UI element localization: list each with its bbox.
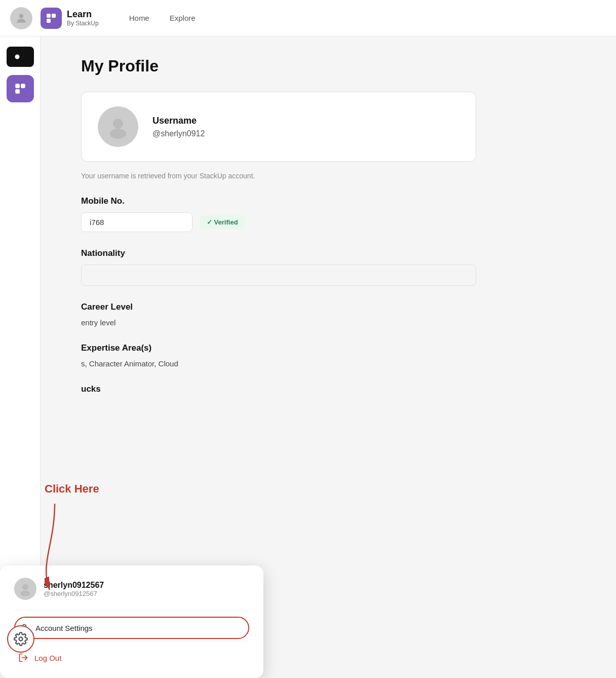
account-settings-item[interactable]: Account Settings	[14, 617, 249, 639]
top-nav: Learn By StackUp Home Explore	[0, 0, 616, 36]
brand-icon	[41, 8, 62, 29]
nationality-section: Nationality	[81, 248, 476, 286]
popup-avatar	[14, 578, 36, 600]
career-section: Career Level entry level	[81, 302, 476, 327]
svg-point-5	[15, 55, 19, 59]
stacks-section: ucks	[81, 384, 476, 394]
brand-text: Learn By StackUp	[67, 9, 99, 27]
svg-point-0	[19, 14, 24, 18]
svg-point-13	[22, 584, 28, 590]
logout-item[interactable]: Log Out	[14, 648, 249, 668]
account-settings-label: Account Settings	[35, 624, 93, 632]
info-text: Your username is retrieved from your Sta…	[81, 172, 385, 180]
mobile-label: Mobile No.	[81, 196, 476, 206]
logout-label: Log Out	[34, 654, 61, 662]
popup-menu: sherlyn0912567 @sherlyn0912567 Account S…	[0, 566, 263, 678]
profile-avatar	[98, 106, 138, 147]
stacks-label: ucks	[81, 384, 476, 394]
svg-rect-2	[52, 14, 56, 18]
svg-rect-1	[47, 14, 51, 18]
nav-link-explore[interactable]: Explore	[170, 14, 196, 22]
svg-point-9	[113, 119, 123, 129]
nav-avatar[interactable]	[10, 7, 32, 29]
username-value: @sherlyn0912	[152, 129, 205, 138]
expertise-value: s, Character Animator, Cloud	[81, 359, 476, 368]
sidebar-toggle[interactable]	[7, 47, 34, 67]
page-title: My Profile	[81, 57, 575, 76]
svg-rect-8	[15, 89, 20, 94]
svg-point-14	[21, 591, 30, 596]
mobile-input[interactable]: i768	[81, 212, 192, 232]
verified-text: ✓ Verified	[207, 218, 238, 226]
gear-button[interactable]	[7, 625, 34, 653]
expertise-section: Expertise Area(s) s, Character Animator,…	[81, 343, 476, 368]
brand-name: Learn	[67, 9, 99, 20]
username-label: Username	[152, 116, 205, 126]
click-here-label: Click Here	[45, 482, 99, 496]
mobile-section: Mobile No. i768 ✓ Verified	[81, 196, 476, 232]
arrow-annotation	[45, 504, 85, 597]
mobile-row: i768 ✓ Verified	[81, 212, 476, 232]
svg-point-10	[110, 129, 126, 139]
expertise-label: Expertise Area(s)	[81, 343, 476, 353]
profile-card: Username @sherlyn0912	[81, 92, 476, 162]
popup-divider	[14, 610, 249, 611]
svg-point-12	[19, 637, 23, 641]
career-label: Career Level	[81, 302, 476, 312]
svg-rect-6	[15, 84, 20, 88]
nationality-label: Nationality	[81, 248, 476, 258]
brand-sub: By StackUp	[67, 20, 99, 27]
nav-brand: Learn By StackUp	[41, 8, 99, 29]
sidebar-app-icon[interactable]	[7, 75, 34, 102]
verified-badge: ✓ Verified	[200, 215, 245, 229]
nav-links: Home Explore	[129, 14, 196, 22]
popup-divider-2	[14, 641, 249, 642]
svg-rect-3	[47, 19, 51, 23]
profile-info: Username @sherlyn0912	[152, 116, 205, 138]
nav-link-home[interactable]: Home	[129, 14, 149, 22]
career-value: entry level	[81, 318, 476, 327]
nationality-input[interactable]	[81, 265, 476, 286]
svg-rect-7	[21, 84, 25, 88]
